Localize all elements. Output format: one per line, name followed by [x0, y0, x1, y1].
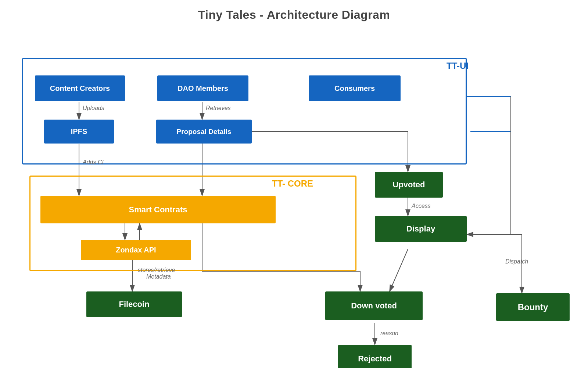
svg-line-10 — [390, 249, 408, 291]
dao-members-box: DAO Members — [157, 75, 248, 101]
dispatch-label: Dispatch — [505, 258, 528, 265]
reason-label: reason — [380, 330, 398, 337]
uploads-label: Uploads — [83, 105, 104, 112]
tt-ui-label: TT-UI — [447, 61, 469, 71]
adds-ci-label: Adds CI — [83, 159, 104, 166]
page-title: Tiny Tales - Architecture Diagram — [0, 0, 588, 28]
upvoted-box: Upvoted — [375, 172, 443, 198]
rejected-box: Rejected — [338, 345, 412, 368]
filecoin-box: Filecoin — [86, 291, 182, 317]
ipfs-box: IPFS — [44, 120, 114, 144]
tt-core-label: TT- CORE — [272, 178, 313, 189]
down-voted-box: Down voted — [325, 291, 423, 320]
display-box: Display — [375, 216, 467, 242]
content-creators-box: Content Creators — [35, 75, 125, 101]
zondax-api-box: Zondax API — [81, 240, 191, 260]
bounty-box: Bounty — [496, 293, 570, 321]
stores-retrieve-label: stores/retrieve — [138, 267, 175, 273]
diagram-area: TT-UI TT- CORE Content Creators DAO Memb… — [7, 28, 581, 367]
tt-core-container — [29, 176, 356, 271]
proposal-details-box: Proposal Details — [156, 120, 252, 144]
consumers-box: Consumers — [309, 75, 401, 101]
smart-contrats-box: Smart Contrats — [40, 196, 276, 223]
access-label: Access — [412, 203, 431, 209]
metadata-label: Metadata — [146, 273, 171, 280]
retrieves-label: Retrieves — [206, 105, 231, 112]
